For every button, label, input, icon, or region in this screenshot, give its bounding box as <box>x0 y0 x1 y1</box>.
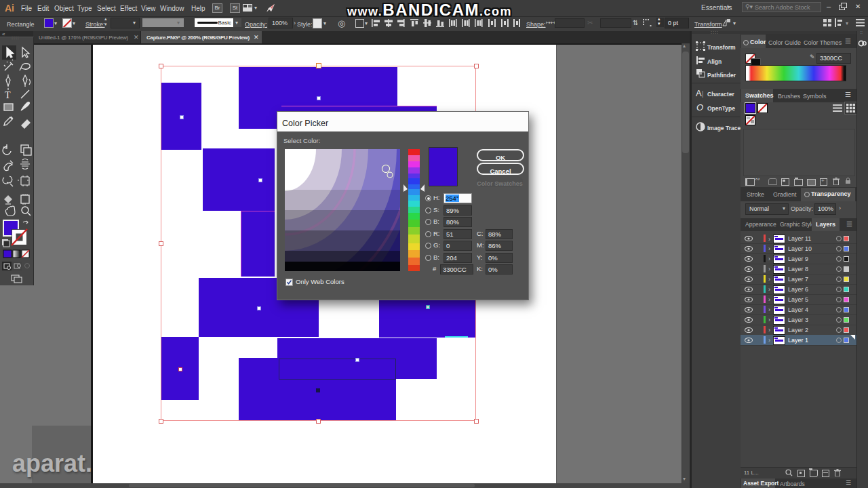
svg-text:T: T <box>5 90 11 100</box>
